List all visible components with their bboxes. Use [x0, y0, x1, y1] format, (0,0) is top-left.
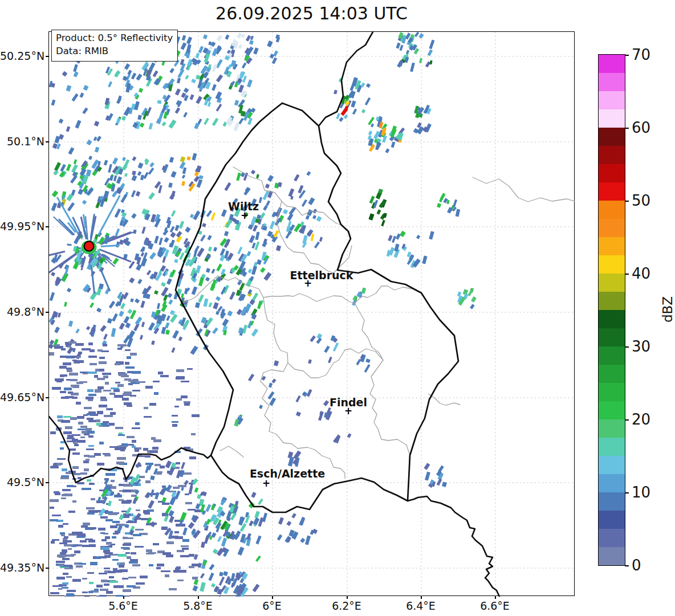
city-label: Ettelbruck: [290, 269, 353, 282]
colorbar-segment: [599, 474, 625, 492]
y-tick-label: 50.1°N: [0, 135, 44, 148]
colorbar-tick-label: 0: [632, 557, 641, 574]
product-line: Product: 0.5° Reflectivity: [56, 32, 173, 45]
colorbar-tick-mark: [625, 274, 629, 275]
colorbar-segment: [599, 346, 625, 365]
colorbar-tick-mark: [625, 419, 629, 421]
colorbar-segment: [599, 456, 625, 474]
city-plus-marker-icon: +: [262, 479, 270, 488]
colorbar-tick-label: 40: [632, 265, 650, 282]
colorbar-segment: [599, 274, 625, 292]
y-tick-mark: [46, 141, 48, 142]
colorbar-segment: [599, 419, 625, 438]
radar-site-icon: [84, 241, 95, 252]
colorbar-tick-mark: [625, 492, 629, 493]
city-plus-marker-icon: +: [304, 279, 312, 288]
colorbar-segment: [599, 219, 625, 237]
y-tick-mark: [46, 568, 48, 569]
colorbar-tick-label: 10: [632, 484, 650, 501]
x-tick-mark: [495, 596, 496, 599]
x-tick-label: 6°E: [262, 599, 282, 612]
colorbar-segment: [599, 310, 625, 328]
city-plus-marker-icon: +: [241, 211, 249, 221]
x-tick-label: 6.6°E: [480, 599, 510, 612]
colorbar-tick-mark: [625, 346, 629, 348]
x-tick-label: 5.6°E: [108, 599, 138, 612]
colorbar-segment: [599, 164, 625, 182]
colorbar-tick-label: 70: [632, 46, 650, 63]
colorbar-segment: [599, 255, 625, 274]
data-source-line: Data: RMIB: [56, 45, 173, 58]
colorbar-segment: [599, 201, 625, 219]
x-tick-label: 6.2°E: [332, 599, 361, 612]
colorbar-tick-label: 30: [632, 338, 650, 355]
y-tick-label: 49.5°N: [0, 476, 44, 488]
radar-echo-layer: [49, 32, 575, 597]
y-tick-label: 49.35°N: [0, 561, 44, 574]
colorbar-segment: [599, 146, 625, 164]
radar-map-figure: 26.09.2025 14:03 UTC Wiltz+Ettelbruck+Fi…: [0, 0, 675, 616]
y-tick-label: 49.95°N: [0, 220, 44, 232]
y-tick-label: 49.65°N: [0, 391, 44, 403]
colorbar-segment: [599, 55, 625, 73]
colorbar-segment: [599, 492, 625, 511]
x-tick-mark: [272, 596, 273, 599]
city-label: Esch/Alzette: [250, 467, 325, 480]
colorbar-tick-mark: [625, 55, 629, 56]
colorbar-segment: [599, 128, 625, 146]
colorbar-segment: [599, 328, 625, 346]
x-tick-mark: [421, 596, 422, 599]
colorbar-segment: [599, 182, 625, 201]
x-tick-mark: [347, 596, 348, 599]
colorbar-segment: [599, 73, 625, 91]
x-tick-label: 5.8°E: [183, 599, 213, 612]
y-tick-label: 50.25°N: [0, 50, 44, 62]
product-info-box: Product: 0.5° Reflectivity Data: RMIB: [51, 30, 178, 62]
colorbar-axis-label: dBZ: [660, 296, 675, 323]
colorbar-segment: [599, 365, 625, 383]
colorbar-segment: [599, 438, 625, 456]
x-tick-label: 6.4°E: [406, 599, 436, 612]
colorbar-segment: [599, 383, 625, 401]
colorbar-segment: [599, 529, 625, 547]
colorbar-tick-mark: [625, 565, 629, 566]
y-tick-mark: [46, 482, 48, 483]
y-tick-label: 49.8°N: [0, 305, 44, 318]
y-tick-mark: [46, 397, 48, 398]
colorbar-segment: [599, 292, 625, 310]
y-tick-mark: [46, 226, 48, 227]
colorbar-tick-label: 20: [632, 411, 650, 428]
colorbar-segment: [599, 237, 625, 255]
x-tick-mark: [123, 596, 124, 599]
colorbar-tick-mark: [625, 128, 629, 129]
y-tick-mark: [46, 312, 48, 313]
city-plus-marker-icon: +: [344, 406, 352, 416]
colorbar-tick-label: 50: [632, 192, 650, 209]
plot-area: Wiltz+Ettelbruck+Findel+Esch/Alzette+: [48, 31, 575, 596]
colorbar-segment: [599, 109, 625, 128]
y-tick-mark: [46, 56, 48, 57]
colorbar-segment: [599, 511, 625, 529]
colorbar: [599, 55, 625, 565]
colorbar-tick-mark: [625, 201, 629, 202]
colorbar-segment: [599, 91, 625, 109]
colorbar-segment: [599, 401, 625, 419]
colorbar-segment: [599, 547, 625, 565]
colorbar-tick-label: 60: [632, 119, 650, 136]
x-tick-mark: [198, 596, 199, 599]
chart-title: 26.09.2025 14:03 UTC: [48, 3, 575, 23]
